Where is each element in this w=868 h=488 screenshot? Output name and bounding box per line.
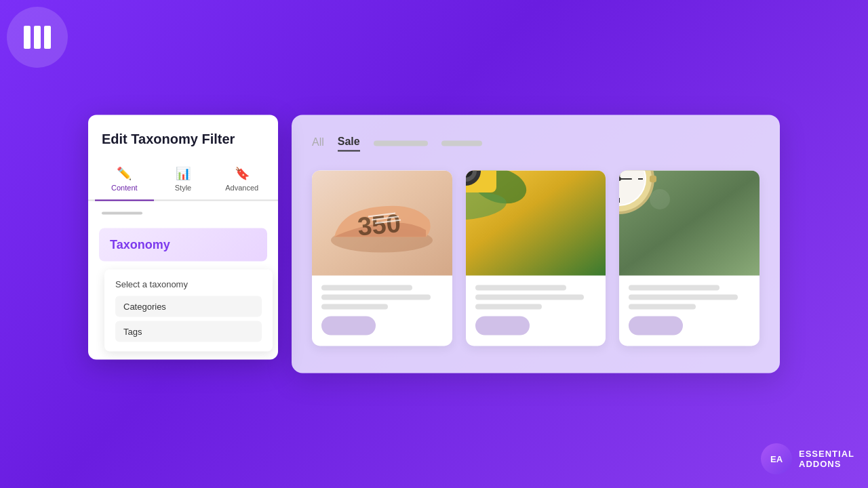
scroll-bar — [102, 212, 142, 215]
product-line-6 — [475, 304, 542, 310]
camera-svg — [466, 171, 527, 224]
product-info-clock — [619, 276, 760, 346]
main-container: Edit Taxonomy Filter ✏️ Content 📊 Style … — [88, 115, 780, 373]
elementor-icon — [20, 20, 54, 54]
product-line-7 — [629, 285, 719, 291]
svg-rect-35 — [650, 176, 656, 182]
panel-header: Edit Taxonomy Filter — [88, 115, 278, 158]
product-line-4 — [475, 285, 566, 291]
product-card-camera — [466, 171, 606, 346]
tab-style[interactable]: 📊 Style — [154, 158, 213, 200]
taxonomy-header: Taxonomy — [99, 228, 267, 262]
filter-tabs: All Sale — [312, 136, 760, 152]
product-card-clock — [619, 171, 760, 346]
product-info-shoe — [312, 276, 452, 346]
tab-content[interactable]: ✏️ Content — [95, 158, 154, 200]
product-add-to-cart-btn-camera[interactable] — [475, 317, 530, 336]
product-image-clock — [619, 171, 760, 276]
ea-text-line2: ADDONS — [799, 459, 854, 469]
product-line-9 — [629, 304, 695, 310]
panel-title: Edit Taxonomy Filter — [102, 131, 264, 147]
bookmark-icon: 🔖 — [235, 166, 250, 181]
taxonomy-title: Taxonomy — [110, 238, 256, 252]
svg-rect-1 — [34, 26, 41, 49]
pencil-icon: ✏️ — [117, 166, 132, 181]
product-line-3 — [321, 304, 388, 310]
svg-rect-0 — [24, 26, 31, 49]
filter-tab-placeholder-1 — [374, 141, 428, 146]
tab-advanced[interactable]: 🔖 Advanced — [212, 158, 271, 200]
product-image-shoe: 350 — [312, 171, 452, 276]
product-line-2 — [321, 295, 431, 300]
filter-tab-placeholder-2 — [441, 141, 482, 146]
product-line-5 — [475, 295, 585, 300]
right-panel: All Sale 350 — [292, 115, 780, 373]
ea-text-line1: ESSENTIAL — [799, 449, 854, 459]
elementor-logo — [7, 7, 68, 68]
tab-content-label: Content — [111, 184, 138, 192]
filter-tab-sale[interactable]: Sale — [338, 136, 360, 152]
ea-logo: EA ESSENTIAL ADDONS — [761, 443, 854, 474]
clock-svg — [619, 171, 680, 224]
shoe-svg: 350 — [321, 182, 443, 264]
product-add-to-cart-btn-shoe[interactable] — [321, 317, 376, 336]
product-grid: 350 — [312, 171, 760, 346]
dropdown-label: Select a taxonomy — [115, 279, 262, 289]
product-line-1 — [321, 285, 412, 291]
svg-point-20 — [650, 189, 670, 209]
chart-icon: 📊 — [176, 166, 191, 181]
product-info-camera — [466, 276, 606, 346]
ea-icon-text: EA — [770, 454, 783, 464]
ea-icon: EA — [761, 443, 792, 474]
product-image-camera — [466, 171, 606, 276]
taxonomy-dropdown-container: Select a taxonomy Categories Tags — [104, 270, 273, 352]
product-card-shoe: 350 — [312, 171, 452, 346]
svg-rect-2 — [44, 26, 51, 49]
ea-text: ESSENTIAL ADDONS — [799, 449, 854, 469]
tab-advanced-label: Advanced — [225, 184, 258, 192]
option-tags[interactable]: Tags — [115, 321, 262, 342]
scroll-indicator — [88, 201, 278, 220]
tab-style-label: Style — [175, 184, 191, 192]
product-line-8 — [629, 295, 738, 300]
left-panel: Edit Taxonomy Filter ✏️ Content 📊 Style … — [88, 115, 278, 360]
product-add-to-cart-btn-clock[interactable] — [629, 317, 683, 336]
panel-tabs: ✏️ Content 📊 Style 🔖 Advanced — [88, 158, 278, 201]
filter-tab-all[interactable]: All — [312, 136, 324, 151]
option-categories[interactable]: Categories — [115, 296, 262, 317]
taxonomy-section: Taxonomy Select a taxonomy Categories Ta… — [88, 220, 278, 360]
